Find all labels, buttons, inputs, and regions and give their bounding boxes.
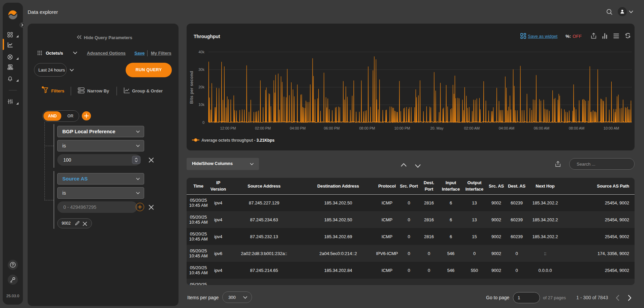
svg-text:Bits per second: Bits per second xyxy=(189,71,194,104)
svg-text:04:00 PM: 04:00 PM xyxy=(290,126,305,130)
svg-text:06:00 AM: 06:00 AM xyxy=(534,126,549,130)
svg-text:08:00 PM: 08:00 PM xyxy=(359,126,375,130)
svg-text:10k: 10k xyxy=(198,103,204,107)
svg-text:10:00 AM: 10:00 AM xyxy=(604,126,619,130)
svg-text:06:00 PM: 06:00 PM xyxy=(324,126,340,130)
svg-text:20k: 20k xyxy=(198,85,204,89)
svg-text:04:00 AM: 04:00 AM xyxy=(499,126,514,130)
svg-text:12:00 PM: 12:00 PM xyxy=(220,126,236,130)
svg-text:0: 0 xyxy=(202,120,204,124)
svg-text:02:00 AM: 02:00 AM xyxy=(464,126,480,130)
svg-text:02:00 PM: 02:00 PM xyxy=(255,126,271,130)
svg-text:08:00 AM: 08:00 AM xyxy=(569,126,584,130)
svg-text:40k: 40k xyxy=(198,50,204,54)
svg-text:20. May: 20. May xyxy=(430,126,444,130)
svg-text:10:00 PM: 10:00 PM xyxy=(394,126,410,130)
svg-text:30k: 30k xyxy=(198,67,204,72)
